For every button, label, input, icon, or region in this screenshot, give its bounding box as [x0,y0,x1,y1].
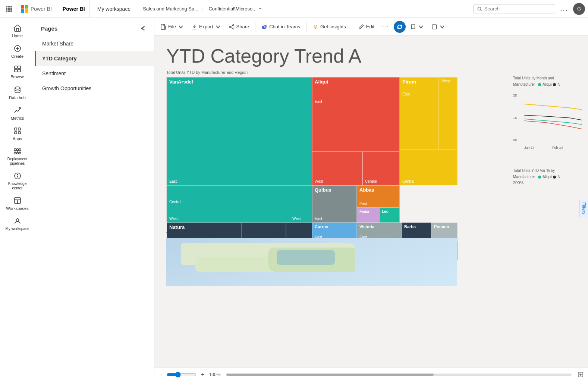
sidebar-item-datahub[interactable]: Data hub [3,83,32,103]
ms-squares [21,5,28,13]
svg-point-46 [229,26,230,27]
tm-pirum-central: Central [400,150,457,185]
zoom-plus-button[interactable]: + [199,371,206,378]
sidebar-item-apps[interactable]: Apps [3,124,32,144]
tm-pirum: Pirum East [400,77,439,150]
page-label-sentiment: Sentiment [42,70,66,76]
export-button[interactable]: Export [188,22,224,31]
ms-sq-blue [21,9,24,13]
svg-rect-14 [15,66,17,69]
svg-rect-56 [432,25,436,29]
svg-point-35 [17,174,18,175]
export-icon [191,24,197,30]
line-chart-1: 2K 1K 0K Jan-14 Feb-14 [513,87,582,162]
search-input[interactable] [484,6,551,12]
legend-aliqui-text: Aliqui [543,82,551,86]
horizontal-scrollbar[interactable] [226,374,572,376]
svg-rect-26 [19,149,21,151]
sidebar-home-label: Home [12,34,23,38]
right-legend-2: Manufacturer Aliqui N [513,175,582,179]
zoom-minus-button[interactable]: - [159,371,164,378]
bookmark-button[interactable] [407,22,427,31]
fit-page-icon[interactable] [578,372,584,378]
report-scroll-area[interactable]: YTD Category Trend A Total Units YTD by … [154,36,588,368]
treemap-wrapper: Total Units YTD by Manufacturer and Regi… [166,70,507,222]
svg-point-19 [19,107,21,109]
tm-quibus: Quibus East [312,185,357,223]
svg-rect-31 [16,152,18,154]
view-button[interactable] [428,22,448,31]
tm-leo: Leo [379,208,400,223]
svg-point-45 [232,24,233,25]
more-toolbar-dots: ··· [382,23,389,30]
svg-rect-25 [16,149,18,151]
svg-text:T: T [264,26,265,28]
sensitivity-text: Confidential\Microso... [208,6,257,12]
svg-line-48 [230,25,233,26]
treemap-chart[interactable]: VanArsdel East Central West [166,77,457,222]
legend2-manufacturer-label: Manufacturer [513,175,535,179]
page-item-growth[interactable]: Growth Opportunities [35,81,154,96]
right-panel-2-title: Total Units YTD Var % by [513,169,582,173]
legend2-aliqui: Aliqui [543,175,551,179]
scroll-thumb[interactable] [226,374,433,376]
chat-teams-label: Chat in Teams [269,24,300,29]
search-box[interactable] [473,4,555,13]
sidebar-item-metrics[interactable]: Metrics [3,103,32,124]
bottom-bar: - + 100% [154,368,588,381]
svg-text:1K: 1K [513,116,517,120]
sidebar-item-home[interactable]: Home [3,21,32,41]
user-avatar[interactable]: G [573,3,585,15]
sidebar-create-label: Create [11,54,23,59]
svg-text:2K: 2K [513,94,517,97]
sidebar-item-workspaces[interactable]: Workspaces [3,193,32,214]
sidebar-item-browse[interactable]: Browse [3,62,32,82]
svg-point-18 [15,87,20,89]
page-label-growth: Growth Opportunities [42,85,91,91]
edit-button[interactable]: Edit [355,22,377,31]
sidebar-item-myworkspace[interactable]: My workspace [3,214,32,234]
share-button[interactable]: Share [226,22,252,31]
map-highlight [277,250,335,265]
waffle-menu-button[interactable] [3,3,15,15]
filters-tab[interactable]: Filters [579,199,588,218]
legend-n-text: N [557,82,560,86]
get-insights-button[interactable]: Get insights [309,22,349,31]
zoom-slider[interactable] [167,372,196,378]
sidebar-item-create[interactable]: Create [3,41,32,62]
svg-rect-6 [6,10,7,12]
chat-in-teams-button[interactable]: T Chat in Teams [258,22,303,31]
home-icon [13,24,22,32]
file-button[interactable]: File [157,22,187,31]
zoom-level: 100% [209,372,221,377]
sidebar-item-deployment[interactable]: Deployment pipelines [3,144,32,169]
more-toolbar-button[interactable]: ··· [379,22,392,32]
svg-text:0K: 0K [513,138,517,142]
tm-aliqui-west: West [312,152,362,185]
report-main-title: YTD Category Trend A [154,36,588,70]
svg-rect-40 [161,24,164,29]
collapse-pages-button[interactable] [139,24,148,33]
more-options-button[interactable]: ... [558,3,570,15]
tm-vanarsdel-central: Central West [167,185,305,223]
content-area: File Export [154,18,588,381]
page-item-sentiment[interactable]: Sentiment [35,66,154,81]
svg-rect-23 [18,132,21,134]
page-item-marketshare[interactable]: Market Share [35,36,154,51]
workspace-label[interactable]: My workspace [93,6,135,12]
search-icon [477,6,482,12]
export-label: Export [199,24,213,29]
view-dropdown-icon [439,24,445,30]
refresh-button[interactable] [394,21,406,33]
fit-page-controls [578,372,584,378]
powerbi-text: Power BI [58,0,90,18]
sidebar-item-knowledge[interactable]: Knowledge center [3,169,32,193]
create-icon [13,44,22,53]
page-item-ytdcategory[interactable]: YTD Category [35,51,154,66]
map-chart[interactable] [166,238,457,286]
page-label-ytdcategory: YTD Category [42,56,77,62]
svg-rect-8 [10,10,12,12]
sidebar-metrics-label: Metrics [11,116,24,121]
legend2-dot-n [553,176,556,179]
sensitivity-button[interactable]: Confidential\Microso... [205,4,265,13]
